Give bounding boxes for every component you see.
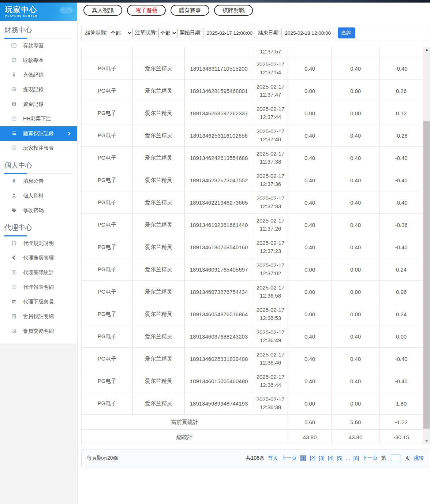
end-date-input[interactable] [281,28,333,38]
sidebar-item-notice[interactable]: 消息公告 [0,174,77,188]
cell-valid-bet: 0.40 [332,124,379,146]
sidebar-item-agent-report-detail[interactable]: 代理報表明細 [0,280,77,295]
search-button[interactable]: 查詢 [338,27,355,38]
cell-profit: -0.40 [379,236,423,258]
sidebar-header: 玩家中心 PLAYERS CENTER [0,3,77,21]
page-link-4[interactable]: [4] [328,455,334,461]
cell-profit [379,47,423,57]
cell-order-id: 1891346253116102656 [185,124,253,146]
cell-time-line: 12:37:26 [257,225,285,233]
settle-status-select[interactable]: 全部 [109,28,133,38]
jump-button[interactable]: 跳转 [414,455,424,462]
cell-platform [82,47,133,57]
table-row: PG电子 爱尔兰精灵 1891346232673047552 2025-02-1… [82,169,423,191]
person-icon [11,193,17,199]
sidebar-item-member-bet-detail[interactable]: 會員投註明細 [0,309,77,324]
total-summary-row: 總統計 43.80 43.80 -30.15 [82,430,423,444]
cell-order-id [185,47,253,57]
page-link-6[interactable]: [6] [353,455,359,461]
sidebar-item-deposit[interactable]: 存款專區 [0,38,77,53]
sidebar-item-member-trade-detail[interactable]: 會員交易明細 [0,324,77,339]
pagination-controls: 共106条 首页 上一页 [1] [2] [3] [4] [5] ... [6]… [246,455,424,462]
first-page-link[interactable]: 首页 [268,455,278,462]
cell-bet: 0.40 [288,169,332,191]
order-status-select[interactable]: 全部 [158,28,177,38]
sidebar-item-funds-record[interactable]: 資金記錄 [0,97,77,112]
cell-platform: PG电子 [82,348,133,370]
cell-platform: PG电子 [82,325,133,347]
tab-sports[interactable]: 體育賽事 [171,5,209,16]
jump-prefix-label: 第 [381,455,386,462]
sidebar-item-label: 代理規則說明 [23,240,54,247]
sidebar-item-agent-rules[interactable]: 代理規則說明 [0,236,77,251]
table-row: PG电子 爱尔兰精灵 1891346311710515200 2025-02-1… [82,57,423,80]
prev-page-link[interactable]: 上一页 [281,455,297,462]
chevron-right-icon [66,131,72,136]
deposit-card-icon [11,42,17,49]
page-link-3[interactable]: [3] [319,455,325,461]
cell-valid-bet: 0.00 [332,102,379,124]
sidebar-item-profile[interactable]: 個人資料 [0,188,77,203]
sidebar-item-player-report[interactable]: 玩家投注報表 [0,141,77,156]
scrollbar-down-arrow[interactable] [423,438,430,444]
page-link-1[interactable]: [1] [300,455,307,461]
scrollbar-up-arrow[interactable] [423,47,430,53]
tab-live-casino[interactable]: 真人視訊 [83,5,122,16]
cell-profit: 1.80 [379,392,423,414]
cell-game [133,47,185,57]
section-title-personal: 個人中心 [4,161,73,174]
scrollbar-thumb[interactable] [423,121,430,429]
page-summary-profit: -1.22 [379,415,423,429]
cell-game: 爱尔兰精灵 [133,80,185,102]
cell-time: 2025-02-1712:37:44 [253,102,288,124]
cell-bet: 0.40 [288,191,332,213]
page-ellipsis: ... [346,455,350,461]
table-scrollbar[interactable] [423,47,430,444]
cell-date-line: 2025-02-17 [257,217,285,225]
sidebar-item-label: 代理團隊統計 [23,269,54,276]
sidebar-item-agent-promo[interactable]: 代理推廣管理 [0,251,77,265]
sidebar-item-agent-team-stats[interactable]: 代理團隊統計 [0,265,77,280]
cell-date-line: 2025-02-17 [257,60,285,68]
sidebar-item-room-bet-record[interactable]: 廳室投註記錄 [0,126,77,141]
cell-bet: 0.00 [288,102,332,124]
cell-date-line: 2025-02-17 [257,150,285,158]
sidebar-item-label: 代理報表明細 [23,284,54,291]
cell-valid-bet: 0.00 [332,281,379,303]
start-date-input[interactable] [203,28,255,38]
cell-game: 爱尔兰精灵 [133,392,185,414]
sidebar-item-lottery-bet[interactable]: HH彩票下注 [0,112,77,126]
sidebar-item-withdraw[interactable]: 取款專區 [0,53,77,68]
cell-order-id: 1891346091765405697 [185,258,253,280]
cell-order-id: 1891346242613554688 [185,147,253,169]
jump-page-input[interactable] [391,455,400,462]
cell-game: 爱尔兰精灵 [133,147,185,169]
cell-bet: 0.40 [288,325,332,347]
sidebar-item-change-password[interactable]: 修改密碼 [0,203,77,218]
sidebar-item-recharge-record[interactable]: 充值記錄 [0,68,77,82]
cell-platform: PG电子 [82,102,133,124]
total-summary-bet: 43.80 [288,430,332,444]
page-link-2[interactable]: [2] [310,455,315,461]
gamepad-icon [58,4,74,18]
cell-profit: -0.40 [379,191,423,213]
jump-suffix-label: 页 [405,455,410,462]
sidebar-item-agent-sub-members[interactable]: 代理下級會員 [0,295,77,309]
cell-valid-bet: 0.40 [332,236,379,258]
sidebar-item-label: 消息公告 [23,178,44,184]
sidebar-item-withdrawal-record[interactable]: 提現記錄 [0,82,77,97]
sidebar-item-label: 代理下級會員 [23,299,54,305]
tab-board-games[interactable]: 棋牌對戰 [214,5,253,16]
table-row: PG电子 爱尔兰精灵 1891346073876754434 2025-02-1… [82,281,423,303]
cell-time: 2025-02-1712:37:23 [253,236,288,258]
cell-game: 爱尔兰精灵 [133,57,185,79]
cell-order-id: 1891346015005460480 [185,370,253,392]
cell-time: 2025-02-1712:37:47 [253,80,288,102]
tab-electronic-games[interactable]: 電子遊藝 [127,5,166,16]
cell-order-id: 1891346232673047552 [185,169,253,191]
table-row: PG电子 爱尔兰精灵 1891346253116102656 2025-02-1… [82,124,423,147]
page-link-5[interactable]: [5] [337,455,343,461]
next-page-link[interactable]: 下一页 [362,455,378,462]
newspaper-icon [11,284,17,291]
users-icon [11,299,17,306]
